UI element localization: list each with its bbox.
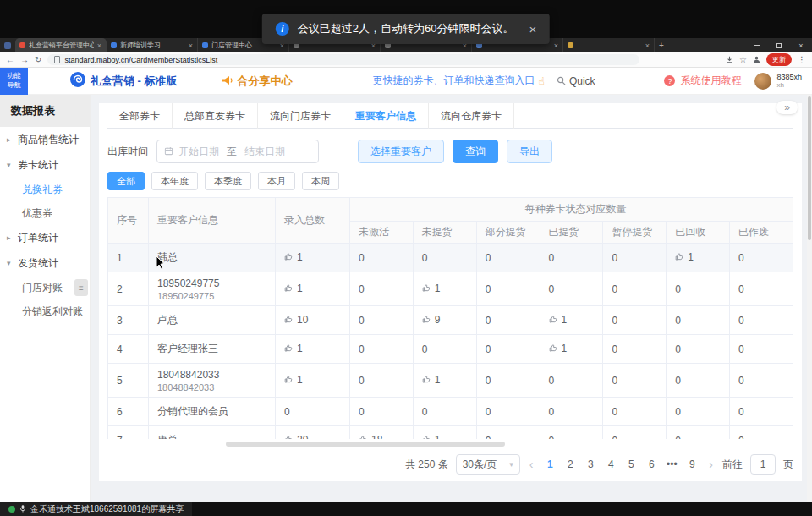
new-tab-button[interactable]: + — [655, 38, 668, 52]
count-cell[interactable]: 1 — [540, 306, 603, 335]
feature-nav-toggle[interactable]: 功能 导航 — [0, 68, 28, 95]
profile-icon[interactable] — [753, 56, 760, 63]
tab-close-icon[interactable]: × — [554, 41, 558, 50]
browser-menu-icon[interactable]: ⋮ — [798, 55, 806, 64]
next-page-icon[interactable]: › — [707, 458, 715, 471]
count-cell[interactable]: 1 — [276, 364, 350, 398]
page-size-select[interactable]: 30条/页 ▾ — [456, 454, 520, 475]
sidebar-item[interactable]: ▸商品销售统计 — [0, 127, 90, 152]
count-cell[interactable]: 1 — [276, 244, 350, 272]
content-tab[interactable]: 流向仓库券卡 — [429, 103, 514, 129]
sidebar-item[interactable]: ▾发货统计 — [0, 250, 90, 276]
minimize-button[interactable] — [746, 38, 768, 52]
count-cell[interactable]: 10 — [276, 306, 350, 335]
page-number[interactable]: 6 — [644, 458, 659, 470]
page-number[interactable]: 1 — [542, 458, 557, 470]
tutorial-link[interactable]: 系统使用教程 — [680, 74, 741, 88]
sidebar-item[interactable]: ▸订单统计 — [0, 225, 90, 250]
status-header: 已作废 — [730, 222, 793, 244]
count-cell[interactable]: 1 — [276, 272, 350, 306]
screen-share-pill[interactable]: 金禾通技术王斌18662591081的屏幕共享 — [0, 502, 192, 516]
sidebar-subitem[interactable]: 优惠券 — [0, 201, 90, 225]
quick-filter-chip[interactable]: 本月 — [258, 172, 295, 190]
count-cell[interactable]: 1 — [540, 335, 603, 364]
page-number[interactable]: 5 — [623, 458, 639, 470]
bookmark-star-icon[interactable]: ☆ — [739, 56, 747, 64]
count-cell[interactable]: 1 — [413, 272, 476, 306]
tab-close-icon[interactable]: × — [97, 41, 102, 50]
start-date-placeholder: 开始日期 — [178, 145, 219, 159]
content-tab[interactable]: 流向门店券卡 — [258, 103, 343, 129]
page-number[interactable]: 4 — [603, 458, 618, 470]
page-number[interactable]: 9 — [684, 458, 700, 470]
tab-close-icon[interactable]: × — [645, 41, 650, 50]
quick-filter-chip[interactable]: 全部 — [107, 172, 145, 190]
quick-filter-chip[interactable]: 本季度 — [205, 172, 251, 190]
table-row[interactable]: 1韩总10000010 — [108, 244, 793, 272]
count-cell[interactable]: 1 — [667, 244, 730, 272]
browser-tab[interactable]: × — [563, 38, 655, 52]
goto-page-input[interactable] — [750, 454, 776, 475]
toast-close-icon[interactable]: × — [529, 22, 536, 36]
count-cell: 0 — [476, 272, 540, 306]
browser-update-button[interactable]: 更新 — [766, 53, 792, 66]
count-cell[interactable]: 20 — [276, 426, 350, 440]
scrollbar-thumb[interactable] — [808, 96, 811, 240]
table-row[interactable]: 5180488420331804884203310100000 — [108, 364, 793, 398]
download-icon[interactable] — [726, 56, 733, 63]
table-row[interactable]: 3卢总100901000 — [108, 306, 793, 335]
count-cell[interactable]: 1 — [413, 426, 476, 440]
sidebar-collapse-handle[interactable]: ≡ — [74, 279, 88, 296]
count-value: 1 — [435, 374, 441, 386]
count-cell[interactable]: 1 — [413, 364, 476, 398]
tab-close-icon[interactable]: × — [189, 41, 193, 50]
quick-filter-chip[interactable]: 本年度 — [151, 172, 198, 190]
sidebar-subitem[interactable]: 兑换礼券 — [0, 178, 90, 201]
reload-icon[interactable]: ↻ — [35, 56, 41, 64]
back-icon[interactable]: ← — [6, 56, 14, 64]
sidebar-item-label: 商品销售统计 — [18, 133, 79, 147]
quick-filter-chip[interactable]: 本周 — [302, 172, 339, 190]
hand-icon — [284, 343, 294, 355]
export-button[interactable]: 导出 — [507, 140, 552, 163]
tab-search-icon[interactable] — [0, 38, 15, 52]
share-center-link[interactable]: 合分享中心 — [222, 74, 293, 89]
content-tab[interactable]: 总部直发券卡 — [173, 103, 258, 129]
count-cell[interactable]: 1 — [276, 335, 350, 364]
sidebar-item[interactable]: ▾券卡统计 — [0, 152, 90, 178]
close-window-button[interactable]: × — [790, 38, 812, 52]
table-row[interactable]: 7唐总2018100000 — [108, 426, 793, 440]
quick-entry-tip[interactable]: 更快捷的券卡、订单和快递查询入口 — [373, 74, 535, 88]
page-number[interactable]: 3 — [583, 458, 598, 470]
count-cell[interactable]: 18 — [350, 426, 414, 440]
brand-logo-icon — [70, 72, 85, 91]
search-button[interactable]: 查询 — [453, 140, 498, 163]
vertical-scrollbar[interactable] — [807, 95, 812, 502]
count-cell[interactable]: 9 — [413, 306, 476, 335]
select-customer-button[interactable]: 选择重要客户 — [358, 140, 444, 163]
table-row[interactable]: 4客户经理张三10001000 — [108, 335, 793, 364]
main-content: » 全部券卡总部直发券卡流向门店券卡重要客户信息流向仓库券卡 出库时间 开始日期… — [91, 95, 812, 502]
content-tab[interactable]: 重要客户信息 — [343, 103, 429, 129]
count-value: 0 — [359, 283, 365, 295]
browser-tab[interactable]: 新师培训学习× — [107, 38, 198, 52]
maximize-button[interactable] — [768, 38, 790, 52]
count-value: 0 — [738, 435, 744, 440]
user-avatar[interactable] — [754, 73, 771, 90]
hscrollbar-thumb[interactable] — [226, 442, 505, 447]
prev-page-icon[interactable]: ‹ — [528, 458, 535, 471]
forward-icon[interactable]: → — [20, 56, 29, 64]
header-customer: 重要客户信息 — [149, 198, 276, 244]
date-range-picker[interactable]: 开始日期 至 结束日期 — [156, 140, 319, 163]
table-row[interactable]: 2189502497751895024977510100000 — [108, 272, 793, 306]
address-bar[interactable]: standard.maboy.cn/CardMemberStatisticsLi… — [47, 54, 639, 65]
sidebar-subitem[interactable]: 分销返利对账 — [0, 299, 90, 323]
panel-collapse-button[interactable]: » — [776, 101, 798, 114]
content-tab[interactable]: 全部券卡 — [107, 103, 173, 129]
count-cell: 0 — [350, 244, 414, 272]
horizontal-scrollbar[interactable] — [107, 441, 793, 447]
browser-tab[interactable]: 礼盒营销平台管理中心× — [15, 38, 107, 52]
table-row[interactable]: 6分销代理的会员00000000 — [108, 398, 793, 426]
page-number[interactable]: 2 — [562, 458, 578, 470]
quick-search[interactable]: Quick — [557, 74, 595, 89]
